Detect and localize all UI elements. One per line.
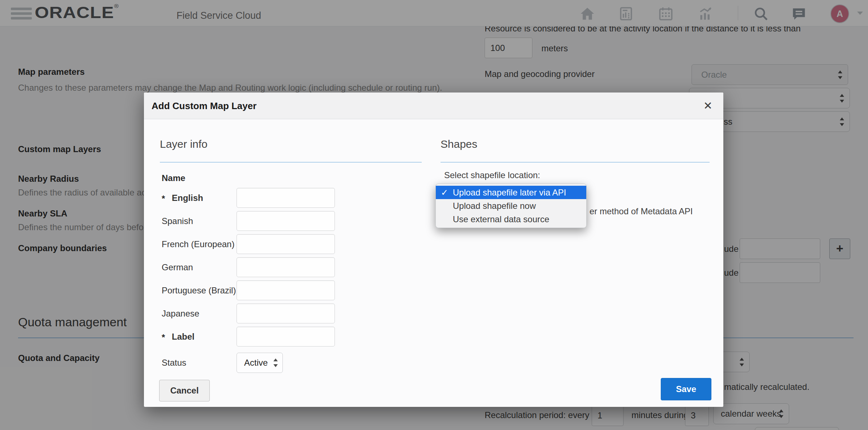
german-name-input[interactable] xyxy=(237,257,335,277)
layer-info-section-heading: Layer info xyxy=(160,138,208,150)
dialog-title: Add Custom Map Layer xyxy=(152,93,256,119)
field-label-label: Label xyxy=(172,327,195,347)
dropdown-option-upload-now[interactable]: Upload shapefile now xyxy=(436,199,586,212)
dropdown-option-external-source[interactable]: Use external data source xyxy=(436,212,586,226)
english-name-input[interactable] xyxy=(237,188,335,208)
metadata-api-text-fragment: er method of Metadata API xyxy=(590,206,693,217)
shapes-section-heading: Shapes xyxy=(441,138,477,150)
label-input[interactable] xyxy=(237,327,335,347)
spanish-name-input[interactable] xyxy=(237,211,335,231)
save-button[interactable]: Save xyxy=(661,378,711,400)
status-select[interactable]: Active xyxy=(237,353,283,373)
name-group-label: Name xyxy=(162,173,185,184)
field-label-japanese: Japanese xyxy=(162,304,199,323)
required-marker: * xyxy=(162,188,165,208)
select-stepper-icon xyxy=(273,358,278,367)
field-label-english: English xyxy=(172,188,203,208)
japanese-name-input[interactable] xyxy=(237,304,335,323)
select-shapefile-location-label: Select shapefile location: xyxy=(444,170,540,181)
add-custom-map-layer-dialog: Add Custom Map Layer ✕ Layer info Shapes… xyxy=(144,93,723,407)
required-marker: * xyxy=(162,327,165,347)
field-label-german: German xyxy=(162,257,193,277)
shapefile-location-dropdown: ✓ Upload shapefile later via API Upload … xyxy=(435,184,587,228)
field-label-spanish: Spanish xyxy=(162,211,193,231)
layer-info-underline xyxy=(160,162,422,163)
portuguese-name-input[interactable] xyxy=(237,280,335,300)
status-value: Active xyxy=(244,358,268,368)
close-icon[interactable]: ✕ xyxy=(703,93,712,119)
field-label-french: French (European) xyxy=(162,234,234,254)
checkmark-icon: ✓ xyxy=(441,186,448,199)
app-root: ORACLE® Field Service Cloud xyxy=(0,0,868,430)
cancel-button[interactable]: Cancel xyxy=(159,380,210,401)
field-label-portuguese: Portuguese (Brazil) xyxy=(162,280,236,300)
status-label: Status xyxy=(162,353,186,373)
shapes-underline xyxy=(441,162,710,163)
french-name-input[interactable] xyxy=(237,234,335,254)
dropdown-option-upload-later[interactable]: ✓ Upload shapefile later via API xyxy=(436,186,586,199)
dialog-header: Add Custom Map Layer ✕ xyxy=(144,93,723,119)
